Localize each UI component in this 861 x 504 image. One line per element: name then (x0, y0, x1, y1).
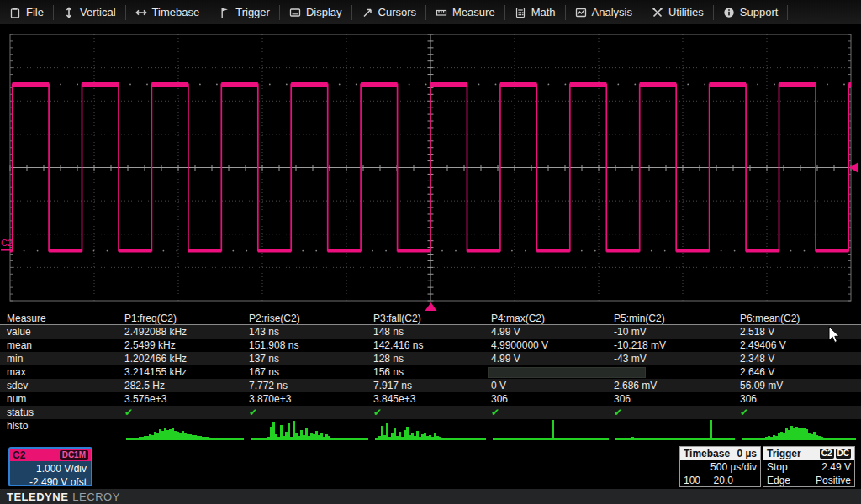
histogram-baseline (375, 438, 486, 440)
menu-vertical[interactable]: Vertical (54, 0, 125, 25)
row-label: num (0, 392, 124, 406)
menu-measure[interactable]: Measure (426, 0, 504, 25)
channel-name: C2 (13, 449, 25, 462)
channel-trace-label: C2 (1, 238, 13, 248)
status-check-icon: ✔ (614, 406, 740, 419)
cell: 282.5 Hz (124, 379, 249, 392)
menu-label: Trigger (235, 6, 270, 18)
channel-scale: 1.000 V/div (10, 462, 87, 475)
row-label: status (0, 406, 124, 419)
menu-analysis[interactable]: Analysis (566, 0, 642, 25)
trigger-mode-row: Stop 2.49 V (763, 460, 854, 474)
trigger-time-marker (425, 302, 437, 311)
cell: -10.218 mV (614, 339, 740, 352)
waveform-display[interactable]: C2 (0, 25, 861, 312)
col-header-p4: P4:max(C2) (491, 312, 614, 324)
measure-table: Measure P1:freq(C2) P2:rise(C2) P3:fall(… (0, 312, 861, 444)
cell: 306 (740, 392, 861, 406)
coupling-badge: DC1M (60, 450, 88, 460)
measure-table-header: Measure P1:freq(C2) P2:rise(C2) P3:fall(… (0, 312, 861, 325)
cell: 4.99 V (491, 352, 614, 365)
timebase-scale-row: 500 µs/div (680, 460, 760, 474)
trigger-slope: Positive (816, 474, 851, 487)
cell: 1.202466 kHz (124, 352, 249, 365)
menu-support[interactable]: Support (714, 0, 788, 25)
menu-file[interactable]: File (0, 0, 53, 25)
cell: 2.492088 kHz (124, 325, 249, 339)
cell: 2.518 V (740, 325, 861, 339)
col-header-p1: P1:freq(C2) (124, 312, 249, 324)
histogram-bar (328, 436, 330, 438)
horizontal-arrows-icon (135, 7, 147, 18)
histogram-baseline (615, 438, 735, 440)
menu-label: Display (306, 6, 342, 18)
trigger-source-badge: C2 (820, 449, 834, 459)
histogram-baseline (742, 438, 856, 440)
menu-timebase[interactable]: Timebase (126, 0, 209, 25)
flag-icon (219, 7, 230, 18)
menu-label: Vertical (80, 6, 116, 18)
histogram-p6 (740, 419, 861, 444)
histogram-p5 (614, 419, 740, 444)
menu-label: Cursors (378, 6, 417, 18)
cell: -10 mV (614, 325, 740, 339)
row-label: mean (0, 339, 124, 352)
histogram-p1 (124, 419, 249, 444)
histogram-baseline (493, 438, 609, 440)
table-row-num: num 3.576e+3 3.870e+3 3.845e+3 306 306 3… (0, 392, 861, 406)
channel-c2-box[interactable]: C2 DC1M 1.000 V/div -2.490 V ofst (8, 447, 92, 486)
histogram-bar (439, 437, 441, 438)
histogram-bar (214, 438, 217, 438)
table-row-sdev: sdev 282.5 Hz 7.772 ns 7.917 ns 0 V 2.68… (0, 379, 861, 392)
cell: 7.917 ns (373, 379, 491, 392)
trigger-title: Trigger (767, 447, 801, 460)
mouse-cursor (828, 326, 842, 344)
histogram-bar (631, 437, 634, 438)
menu-trigger[interactable]: Trigger (209, 0, 279, 25)
histogram-baseline (126, 438, 244, 440)
histogram-baseline (251, 438, 368, 440)
cell: 2.5499 kHz (124, 339, 249, 352)
cell: 2.49406 V (740, 339, 861, 352)
timebase-box[interactable]: Timebase 0 µs 500 µs/div 100 kS 20.0 MS/… (679, 446, 761, 487)
menu-cursors[interactable]: Cursors (352, 0, 426, 25)
menu-math[interactable]: Math (505, 0, 565, 25)
file-icon (9, 7, 21, 18)
cell: 3.870e+3 (249, 392, 373, 406)
menu-utilities[interactable]: Utilities (642, 0, 713, 25)
col-header-p5: P5:min(C2) (614, 312, 740, 324)
histogram-p4 (491, 419, 614, 444)
menu-display[interactable]: Display (280, 0, 351, 25)
menu-label: File (26, 6, 44, 18)
trigger-box[interactable]: Trigger C2 DC Stop 2.49 V Edge Positive (763, 446, 855, 487)
channel-offset: -2.490 V ofst (10, 475, 87, 486)
trigger-header: Trigger C2 DC (763, 447, 854, 460)
cell: 3.576e+3 (124, 392, 249, 406)
menu-label: Analysis (592, 6, 632, 18)
status-check-icon: ✔ (740, 406, 861, 419)
col-header-p2: P2:rise(C2) (249, 312, 373, 324)
cell: 156 ns (373, 365, 491, 379)
cursor-arrow-icon (362, 7, 373, 18)
menu-label: Measure (452, 6, 495, 18)
cell: -43 mV (614, 352, 740, 365)
cell: 128 ns (373, 352, 491, 365)
cell: 137 ns (249, 352, 373, 365)
histogram-bar (710, 420, 712, 438)
table-row-min: min 1.202466 kHz 137 ns 128 ns 4.99 V -4… (0, 352, 861, 365)
calculator-icon (515, 7, 526, 18)
brand-teledyne: TELEDYNE (7, 491, 68, 503)
cell: 143 ns (249, 325, 373, 339)
status-check-icon: ✔ (124, 406, 249, 419)
channel-c2-header: C2 DC1M (10, 449, 91, 461)
trigger-level: 2.49 V (821, 460, 851, 474)
channel-c2-settings: 1.000 V/div -2.490 V ofst (10, 461, 91, 486)
info-icon (723, 7, 735, 18)
trigger-mode: Stop (767, 460, 788, 474)
monitor-icon (289, 7, 301, 18)
timebase-scale: 500 µs/div (710, 460, 757, 474)
row-label: max (0, 365, 124, 379)
cell: 306 (491, 392, 614, 406)
table-row-max: max 3.214155 kHz 167 ns 156 ns 2.646 V (0, 365, 861, 379)
cell: 3.845e+3 (373, 392, 491, 406)
